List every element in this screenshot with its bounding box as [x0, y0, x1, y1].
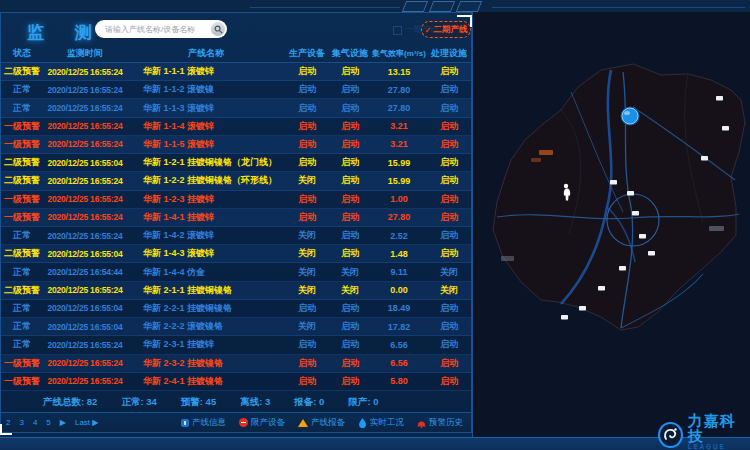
line-name-cell: 华新 2-1-1 挂镀铜镍铬	[127, 284, 285, 297]
gas-facility-cell: 启动	[329, 102, 371, 115]
table-row[interactable]: 正常2020/12/25 16:55:24华新 1-1-2 滚镀镍启动启动27.…	[1, 81, 471, 99]
time-cell: 2020/12/25 16:55:24	[43, 121, 127, 131]
table-row[interactable]: 正常2020/12/25 16:55:04华新 2-2-2 滚镀镍铬关闭启动17…	[1, 318, 471, 336]
brand-logo: 力嘉科技 LEAGUE TECH	[658, 413, 750, 450]
page-button[interactable]: 3	[19, 418, 23, 427]
time-cell: 2020/12/25 16:55:24	[43, 358, 127, 368]
table-row[interactable]: 正常2020/12/25 16:55:24华新 1-1-3 滚镀锌启动启动27.…	[1, 99, 471, 117]
table-row[interactable]: 二级预警2020/12/25 16:55:24华新 1-2-2 挂镀铜镍铬（环形…	[1, 172, 471, 190]
last-page-button[interactable]: Last ▶	[75, 418, 99, 427]
gas-efficiency-cell: 3.21	[371, 139, 427, 149]
line-info-button[interactable]: 产线信息	[181, 417, 226, 429]
status-cell: 一级预警	[1, 357, 43, 370]
gas-efficiency-cell: 15.99	[371, 158, 427, 168]
summary-limited: 限产: 0	[348, 396, 378, 409]
table-row[interactable]: 一级预警2020/12/25 16:55:24华新 1-1-4 滚镀锌启动启动3…	[1, 118, 471, 136]
table-row[interactable]: 正常2020/12/25 16:55:24华新 2-3-1 挂镀锌启动启动6.5…	[1, 336, 471, 354]
top-deco-line-left	[250, 7, 400, 8]
gas-efficiency-cell: 27.80	[371, 85, 427, 95]
line-name-cell: 华新 2-2-2 滚镀镍铬	[127, 320, 285, 333]
alarm-history-button[interactable]: 预警历史	[417, 417, 463, 429]
map-canvas	[473, 12, 750, 450]
page-button[interactable]: 5	[46, 418, 50, 427]
treatment-facility-cell: 启动	[427, 102, 471, 115]
table-row[interactable]: 一级预警2020/12/25 16:55:24华新 2-4-1 挂镀镍铬启动启动…	[1, 373, 471, 391]
treatment-facility-cell: 启动	[427, 357, 471, 370]
gas-facility-cell: 启动	[329, 338, 371, 351]
gas-facility-cell: 启动	[329, 156, 371, 169]
gas-facility-cell: 启动	[329, 357, 371, 370]
production-device-cell: 启动	[285, 357, 329, 370]
col-production-device: 生产设备	[285, 47, 329, 60]
gas-efficiency-cell: 27.80	[371, 103, 427, 113]
table-row[interactable]: 二级预警2020/12/25 16:55:04华新 1-2-1 挂镀铜镍铬（龙门…	[1, 154, 471, 172]
production-device-cell: 启动	[285, 302, 329, 315]
bottom-toolbar: 2 3 4 5 ▶ Last ▶ 产线信息 限产设备 产线报备 实时工况 预警历…	[0, 412, 472, 433]
top-deco-box	[429, 1, 455, 12]
treatment-facility-cell: 启动	[427, 193, 471, 206]
production-device-cell: 启动	[285, 138, 329, 151]
realtime-status-button[interactable]: 实时工况	[358, 417, 404, 429]
search-icon[interactable]	[211, 22, 225, 36]
production-device-cell: 启动	[285, 156, 329, 169]
time-cell: 2020/12/25 16:55:24	[43, 231, 127, 241]
treatment-facility-cell: 启动	[427, 229, 471, 242]
check-icon: ✓	[424, 25, 431, 35]
brand-logo-icon	[658, 422, 683, 448]
production-device-cell: 关闭	[285, 284, 329, 297]
search-input[interactable]	[103, 24, 211, 35]
gas-facility-cell: 启动	[329, 65, 371, 78]
gas-facility-cell: 启动	[329, 375, 371, 388]
map-marker[interactable]	[621, 107, 639, 125]
next-page-button[interactable]: ▶	[60, 418, 66, 427]
district-map[interactable]	[472, 12, 750, 450]
treatment-facility-cell: 关闭	[427, 266, 471, 279]
table-row[interactable]: 正常2020/12/25 16:55:24华新 1-4-2 滚镀锌关闭启动2.5…	[1, 227, 471, 245]
line-report-button[interactable]: 产线报备	[298, 417, 345, 429]
table-header: 状态 监测时间 产线名称 生产设备 集气设施 集气效率(m³/s) 处理设施	[1, 45, 471, 63]
limit-device-button[interactable]: 限产设备	[239, 417, 285, 429]
table-row[interactable]: 二级预警2020/12/25 16:55:04华新 1-4-3 滚镀锌关闭启动1…	[1, 245, 471, 263]
gas-efficiency-cell: 9.11	[371, 267, 427, 277]
line-name-cell: 华新 1-4-1 挂镀锌	[127, 211, 285, 224]
gas-efficiency-cell: 13.15	[371, 67, 427, 77]
treatment-facility-cell: 启动	[427, 65, 471, 78]
line-name-cell: 华新 1-1-5 滚镀锌	[127, 138, 285, 151]
line-report-icon	[298, 419, 308, 427]
table-row[interactable]: 一级预警2020/12/25 16:55:24华新 1-1-5 滚镀锌启动启动3…	[1, 136, 471, 154]
time-cell: 2020/12/25 16:55:04	[43, 322, 127, 332]
top-deco-box	[402, 1, 428, 12]
col-line-name: 产线名称	[127, 47, 285, 60]
col-status: 状态	[1, 47, 43, 60]
table-row[interactable]: 二级预警2020/12/25 16:55:24华新 1-1-1 滚镀锌启动启动1…	[1, 63, 471, 81]
page-button[interactable]: 4	[33, 418, 37, 427]
time-cell: 2020/12/25 16:55:24	[43, 376, 127, 386]
line-name-cell: 华新 1-4-4 仿金	[127, 266, 285, 279]
summary-offline: 离线: 3	[240, 396, 270, 409]
top-deco-box	[456, 1, 482, 12]
gas-efficiency-cell: 18.49	[371, 303, 427, 313]
line-name-cell: 华新 1-2-2 挂镀铜镍铬（环形线）	[127, 174, 285, 187]
production-device-cell: 启动	[285, 193, 329, 206]
realtime-status-icon	[358, 418, 367, 428]
legend-label: 预警历史	[429, 417, 463, 429]
gas-efficiency-cell: 6.56	[371, 340, 427, 350]
alarm-history-icon	[417, 418, 426, 428]
table-row[interactable]: 一级预警2020/12/25 16:55:24华新 1-4-1 挂镀锌启动启动2…	[1, 209, 471, 227]
treatment-facility-cell: 启动	[427, 320, 471, 333]
table-row[interactable]: 一级预警2020/12/25 16:55:24华新 2-3-2 挂镀镍铬启动启动…	[1, 355, 471, 373]
table-row[interactable]: 正常2020/12/25 16:55:04华新 2-2-1 挂镀铜镍铬启动启动1…	[1, 300, 471, 318]
table-row[interactable]: 二级预警2020/12/25 16:55:24华新 2-1-1 挂镀铜镍铬关闭关…	[1, 282, 471, 300]
line-info-icon	[181, 419, 189, 427]
table-row[interactable]: 正常2020/12/25 16:54:44华新 1-4-4 仿金关闭关闭9.11…	[1, 263, 471, 281]
gas-facility-cell: 启动	[329, 320, 371, 333]
status-cell: 一级预警	[1, 138, 43, 151]
table-row[interactable]: 一级预警2020/12/25 16:55:24华新 1-2-3 挂镀锌启动启动1…	[1, 191, 471, 209]
treatment-facility-cell: 启动	[427, 211, 471, 224]
monitoring-panel: 监 测 一期产线 ✓ 二期产线 状态 监测时间 产线名称 生产设备 集气设施 集…	[0, 12, 472, 432]
treatment-facility-cell: 关闭	[427, 284, 471, 297]
legend-label: 产线信息	[192, 417, 226, 429]
gas-facility-cell: 关闭	[329, 284, 371, 297]
gas-facility-cell: 启动	[329, 211, 371, 224]
gas-facility-cell: 关闭	[329, 266, 371, 279]
